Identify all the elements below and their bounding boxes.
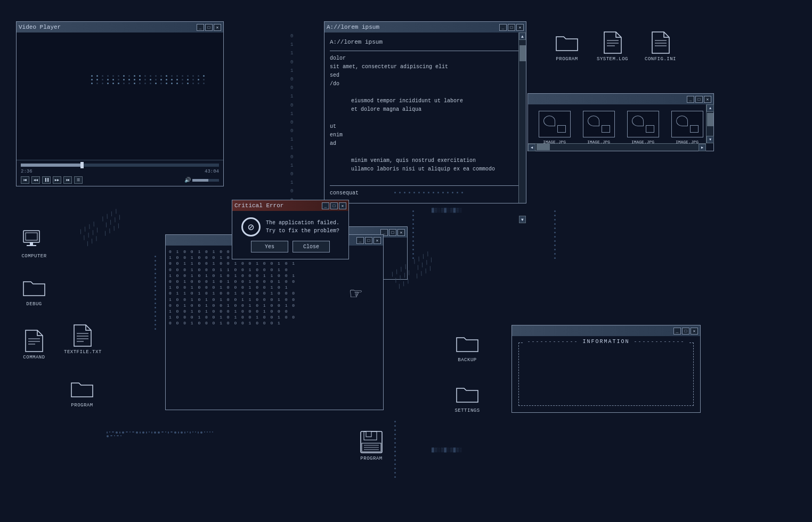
scrollbar-track[interactable]: [519, 45, 526, 216]
image-item-3[interactable]: IMAGE.JPG: [623, 111, 663, 144]
play-pause-button[interactable]: ▐▐: [42, 176, 51, 184]
dot: [423, 192, 425, 193]
close-button[interactable]: ✕: [516, 24, 524, 31]
progress-bar[interactable]: [21, 164, 219, 167]
dot: [110, 435, 112, 436]
image-item-2[interactable]: IMAGE.JPG: [579, 111, 619, 144]
dot: [112, 431, 114, 433]
dot: [155, 307, 156, 308]
dot: [412, 236, 414, 238]
text-scrollbar[interactable]: ▲ ▼: [518, 32, 526, 203]
info-controls[interactable]: _ □ ✕: [673, 328, 698, 335]
minimize-button[interactable]: _: [687, 96, 694, 103]
yes-button[interactable]: Yes: [251, 241, 288, 252]
dot: [212, 431, 213, 433]
minimize-button[interactable]: _: [356, 237, 364, 244]
close-button[interactable]: ✕: [373, 237, 381, 244]
matrix-controls[interactable]: _ □ ✕: [356, 237, 381, 244]
rewind-button[interactable]: ◀◀: [31, 176, 40, 184]
maximize-button[interactable]: □: [389, 229, 396, 236]
scroll-down-btn[interactable]: ▼: [707, 136, 714, 143]
text-document-titlebar[interactable]: A://lorem ipsum _ □ ✕: [324, 22, 526, 32]
program-folder-left-image: [69, 378, 95, 399]
image-browser-titlebar[interactable]: _ □ ✕: [528, 94, 713, 104]
dot: [149, 431, 150, 433]
minimize-button[interactable]: _: [197, 24, 204, 31]
scroll-up-btn[interactable]: ▲: [707, 104, 714, 112]
menu-button[interactable]: ☰: [74, 176, 83, 184]
maximize-button[interactable]: □: [508, 24, 515, 31]
dot: [184, 431, 185, 434]
debug-folder-icon[interactable]: DEBUG: [21, 277, 47, 307]
backup-folder-icon[interactable]: BACKUP: [454, 333, 480, 363]
systemlog-svg: [603, 31, 622, 54]
fast-forward-button[interactable]: ▶▶: [53, 176, 61, 184]
textfile-icon[interactable]: TEXTFILE.TXT: [64, 325, 102, 355]
close-button[interactable]: ✕: [214, 24, 221, 31]
dot: [394, 472, 396, 474]
scroll-down-button[interactable]: ▼: [519, 216, 526, 223]
binary-stream-decoration: 0110100101001101010011: [290, 32, 294, 222]
dot: [554, 215, 556, 216]
dot: [394, 446, 396, 448]
settings-folder-icon[interactable]: SETTINGS: [454, 384, 480, 413]
image-item-4[interactable]: IMAGE.JPG: [667, 111, 707, 144]
computer-svg: [22, 230, 46, 250]
image-item-1[interactable]: IMAGE.JPG: [534, 111, 574, 144]
dots-decoration-bottom: const dotContainer = document.currentScr…: [107, 431, 213, 437]
scroll-right-btn[interactable]: ▶: [699, 144, 706, 151]
dialog-buttons[interactable]: Yes Close: [251, 241, 330, 252]
command-file-icon[interactable]: COMMAND: [21, 330, 47, 360]
configini-icon[interactable]: CONFIG.INI: [645, 32, 676, 62]
maximize-button[interactable]: □: [365, 237, 372, 244]
maximize-button[interactable]: □: [682, 328, 689, 335]
critical-error-dialog[interactable]: Critical Error _ □ ✕ ⊘ The application f…: [232, 200, 349, 259]
computer-icon[interactable]: COMPUTER: [21, 229, 47, 259]
second-dialog-controls[interactable]: _ □ ✕: [380, 229, 405, 236]
skip-forward-button[interactable]: ⏭: [63, 176, 72, 184]
text-doc-controls[interactable]: _ □ ✕: [499, 24, 524, 31]
maximize-button[interactable]: □: [695, 96, 703, 103]
scroll-thumb: [519, 45, 526, 61]
critical-error-controls[interactable]: _ □ ✕: [322, 202, 346, 209]
minimize-button[interactable]: _: [322, 202, 329, 209]
dot: [155, 273, 156, 274]
scroll-left-btn[interactable]: ◀: [528, 144, 535, 151]
minimize-button[interactable]: _: [499, 24, 507, 31]
video-player-titlebar[interactable]: Video Player _ □ ✕: [17, 22, 223, 32]
video-player-controls[interactable]: _ □ ✕: [197, 24, 221, 31]
video-controls[interactable]: 2:36 43:04 ⏮ ◀◀ ▐▐ ▶▶ ⏭ ☰ 🔊: [17, 160, 223, 186]
info-titlebar[interactable]: _ □ ✕: [512, 325, 700, 336]
minimize-button[interactable]: _: [673, 328, 681, 335]
command-file-image: [21, 330, 47, 352]
dot: [178, 431, 179, 434]
image-browser-controls[interactable]: _ □ ✕: [687, 96, 711, 103]
critical-error-titlebar[interactable]: Critical Error _ □ ✕: [232, 200, 348, 211]
close-button[interactable]: ✕: [397, 229, 405, 236]
program-folder-left-icon[interactable]: PROGRAM: [69, 378, 95, 408]
matrix-row: 1 0 0 1 0 1 0 0 0 1 0 0 0 1 0 0 0: [169, 308, 380, 314]
info-title-text: INFORMATION: [582, 339, 629, 345]
program-floppy-icon[interactable]: PROGRAM: [359, 431, 384, 461]
h-scrollbar[interactable]: ◀ ▶: [528, 143, 706, 151]
right-scrollbar[interactable]: ▲ ▼: [706, 104, 713, 143]
maximize-button[interactable]: □: [205, 24, 213, 31]
systemlog-icon[interactable]: SYSTEM.LOG: [597, 32, 628, 62]
volume-track[interactable]: [192, 179, 219, 182]
skip-back-button[interactable]: ⏮: [21, 176, 29, 184]
scroll-up-button[interactable]: ▲: [519, 32, 526, 40]
dot: [428, 192, 429, 193]
dot: [554, 257, 556, 259]
controls-row[interactable]: ⏮ ◀◀ ▐▐ ▶▶ ⏭ ☰ 🔊: [21, 176, 219, 184]
dot: [155, 315, 156, 317]
close-error-button[interactable]: Close: [293, 241, 330, 252]
close-button[interactable]: ✕: [704, 96, 711, 103]
volume-slider[interactable]: 🔊: [184, 177, 219, 183]
textfile-svg: [73, 324, 92, 347]
close-button[interactable]: ✕: [339, 202, 346, 209]
dot: [394, 438, 396, 439]
close-button[interactable]: ✕: [691, 328, 698, 335]
program-folder-top-icon[interactable]: PROGRAM: [554, 32, 580, 62]
maximize-button[interactable]: □: [330, 202, 338, 209]
dot: [155, 290, 156, 291]
